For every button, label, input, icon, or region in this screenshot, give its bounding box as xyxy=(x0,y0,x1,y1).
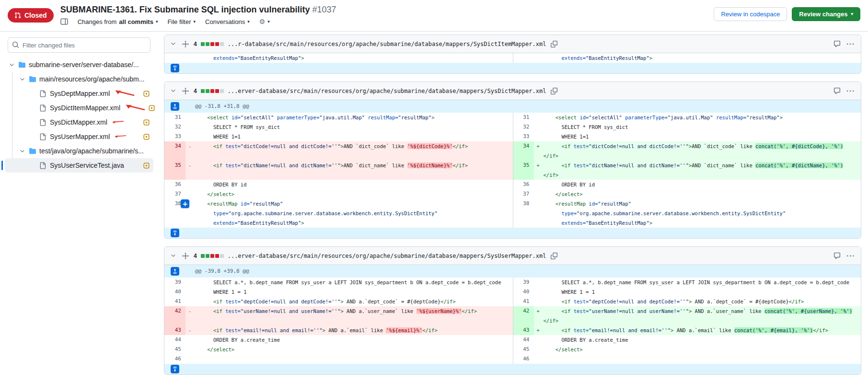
commits-value: all commits xyxy=(119,18,153,25)
line-number[interactable]: 41 xyxy=(513,297,534,306)
line-number[interactable]: 35 xyxy=(513,161,534,180)
gear-icon: ⚙ xyxy=(259,18,266,25)
line-number[interactable]: 40 xyxy=(513,287,534,297)
copy-icon xyxy=(551,41,557,47)
expand-diff-bar[interactable] xyxy=(185,364,861,374)
line-number[interactable]: 44 xyxy=(513,335,534,345)
line-number[interactable]: 42 xyxy=(513,306,534,325)
pull-request-icon xyxy=(14,12,21,19)
line-number[interactable]: 43 xyxy=(164,325,185,335)
collapse-file-button[interactable] xyxy=(169,87,177,95)
file-menu-button[interactable]: ··· xyxy=(845,39,856,48)
file-tree-item[interactable]: SysDictItemMapper.xml xyxy=(5,101,153,115)
line-number[interactable]: 46 xyxy=(513,354,534,364)
line-number[interactable]: 38 xyxy=(513,199,534,228)
line-number[interactable]: 37 xyxy=(164,189,185,199)
diffstat-square xyxy=(206,254,209,258)
diff-settings-menu[interactable]: ⚙ ▾ xyxy=(259,18,270,25)
file-filter-input[interactable] xyxy=(8,37,150,53)
line-number[interactable]: 37 xyxy=(513,189,534,199)
line-number[interactable]: 45 xyxy=(513,345,534,354)
comment-icon xyxy=(833,87,841,94)
pr-status-label: Closed xyxy=(24,12,47,19)
line-number[interactable]: 40 xyxy=(164,287,185,297)
file-tree-item[interactable]: test/java/org/apache/submarine/s... xyxy=(5,144,153,158)
line-number[interactable]: 34 xyxy=(164,141,185,161)
file-tree-item[interactable]: SysDeptMapper.xml xyxy=(5,86,153,101)
caret-down-icon: ▾ xyxy=(194,20,196,24)
line-number[interactable]: 31 xyxy=(513,113,534,122)
file-tree-item[interactable]: SysUserServiceTest.java xyxy=(5,158,153,173)
line-number[interactable]: 31 xyxy=(164,113,185,122)
file-tree-item[interactable]: SysDictMapper.xml xyxy=(5,115,153,129)
deletion-sign: - xyxy=(188,306,191,316)
file-tree-item[interactable]: main/resources/org/apache/subm... xyxy=(5,72,153,86)
line-number[interactable]: 42 xyxy=(164,306,185,325)
file-tree-item[interactable]: submarine-server/server-database/... xyxy=(5,58,153,72)
line-number[interactable]: 43 xyxy=(513,325,534,335)
review-in-codespace-button[interactable]: Review in codespace xyxy=(714,7,787,21)
diffstat-squares xyxy=(201,89,224,93)
drag-handle-icon[interactable] xyxy=(181,40,190,48)
changes-from-label: Changes from xyxy=(78,18,117,25)
expand-hunk-button[interactable] xyxy=(171,267,179,276)
expand-diff-button[interactable] xyxy=(171,64,179,72)
annotation-arrow-icon xyxy=(114,89,135,97)
line-number[interactable]: 46 xyxy=(164,354,185,364)
file-filter-menu[interactable]: File filter ▾ xyxy=(167,18,196,25)
file-path[interactable]: ...erver-database/src/main/resources/org… xyxy=(228,253,546,259)
expand-hunk-button[interactable] xyxy=(171,102,179,111)
code-line: </select> xyxy=(534,345,861,354)
file-menu-button[interactable]: ··· xyxy=(845,251,856,260)
line-number[interactable]: 41 xyxy=(164,297,185,306)
line-number[interactable]: 32 xyxy=(164,122,185,132)
changes-from-menu[interactable]: Changes from all commits ▾ xyxy=(78,18,158,25)
line-number[interactable]: 34 xyxy=(513,141,534,161)
expand-diff-bar[interactable] xyxy=(185,63,861,73)
code-line: - <if test="dictCode!=null and dictCode!… xyxy=(185,141,513,161)
copy-path-button[interactable] xyxy=(550,40,558,48)
collapse-file-button[interactable] xyxy=(169,252,177,260)
file-comment-button[interactable] xyxy=(833,251,842,260)
file-menu-button[interactable]: ··· xyxy=(845,86,856,95)
collapse-file-button[interactable] xyxy=(169,40,177,48)
line-number[interactable]: 39 xyxy=(513,278,534,287)
line-number[interactable]: 44 xyxy=(164,335,185,345)
add-line-comment-button[interactable]: + xyxy=(181,199,189,208)
line-number[interactable]: 33 xyxy=(513,132,534,141)
copy-path-button[interactable] xyxy=(550,87,558,95)
file-path[interactable]: ...erver-database/src/main/resources/org… xyxy=(228,88,546,94)
line-number[interactable]: 33 xyxy=(164,132,185,141)
chevron-down-icon[interactable] xyxy=(19,148,26,154)
chevron-down-icon xyxy=(170,88,176,94)
file-path[interactable]: ...r-database/src/main/resources/org/apa… xyxy=(228,41,546,47)
diffstat-squares xyxy=(201,42,224,46)
line-number[interactable]: 35 xyxy=(164,161,185,180)
chevron-down-icon[interactable] xyxy=(9,62,15,68)
line-number[interactable]: 39 xyxy=(164,278,185,287)
code-line: - <if test="userName!=null and userName!… xyxy=(185,306,513,325)
code-line: extends="BaseEntityResultMap"> xyxy=(534,53,861,63)
expand-diff-button[interactable] xyxy=(171,229,179,237)
file-tree-item[interactable]: SysUserMapper.xml xyxy=(5,129,153,144)
file-comment-button[interactable] xyxy=(833,39,842,48)
expand-diff-button[interactable] xyxy=(171,365,179,373)
line-number[interactable]: 45 xyxy=(164,345,185,354)
pr-title: SUBMARINE-1361. Fix Submarine SQL inject… xyxy=(60,5,336,14)
copy-path-button[interactable] xyxy=(550,252,558,260)
line-number[interactable]: 32 xyxy=(513,122,534,132)
conversations-menu[interactable]: Conversations ▾ xyxy=(205,18,250,25)
review-changes-button[interactable]: Review changes ▾ xyxy=(792,7,860,21)
chevron-down-icon[interactable] xyxy=(19,76,26,82)
addition-sign: + xyxy=(537,306,540,316)
line-number[interactable] xyxy=(513,53,534,63)
file-comment-button[interactable] xyxy=(833,86,842,95)
drag-handle-icon[interactable] xyxy=(181,87,190,95)
line-number[interactable] xyxy=(164,53,185,63)
drag-handle-icon[interactable] xyxy=(181,252,190,260)
deletion-sign: - xyxy=(188,161,191,170)
line-number[interactable]: 36 xyxy=(164,180,185,189)
expand-diff-bar[interactable] xyxy=(185,228,861,238)
sidebar-toggle-button[interactable] xyxy=(60,18,68,25)
line-number[interactable]: 36 xyxy=(513,180,534,189)
